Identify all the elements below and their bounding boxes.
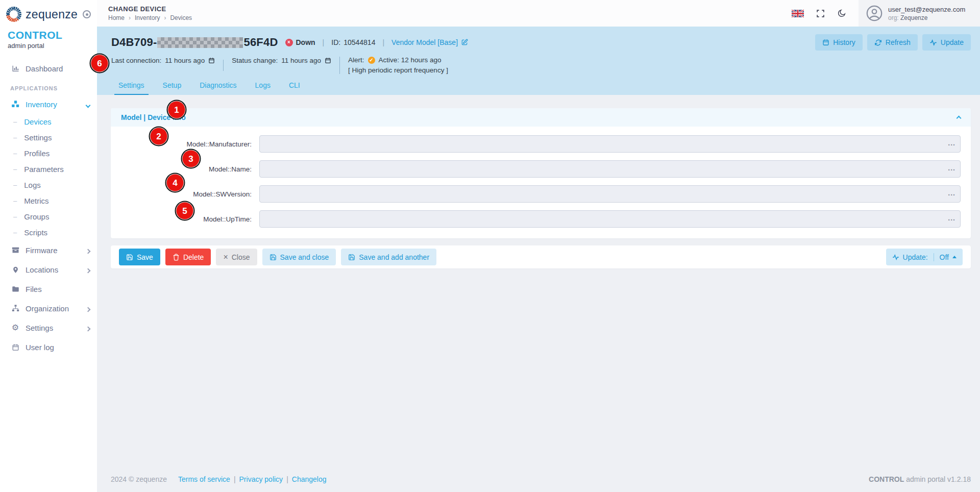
dash-icon: – xyxy=(13,165,17,173)
sidebar-item-label: Files xyxy=(26,285,42,293)
chevron-right-icon xyxy=(86,324,90,332)
form-row-uptime: Model::UpTime: ... xyxy=(121,210,961,228)
uptime-input[interactable] xyxy=(259,210,961,228)
update-toggle[interactable]: Update: Off xyxy=(886,249,963,265)
user-email: user_test@zequenze.com xyxy=(888,6,965,13)
redacted-name-blur xyxy=(157,37,243,48)
device-id-value: 10544814 xyxy=(344,38,375,46)
manufacturer-input[interactable] xyxy=(259,135,961,153)
save-icon xyxy=(270,254,277,261)
sidebar-item-user-log[interactable]: User log xyxy=(0,337,97,357)
sidebar-item-dashboard[interactable]: Dashboard xyxy=(0,59,97,78)
trash-icon xyxy=(173,254,180,261)
separator: | xyxy=(286,475,288,483)
sidebar-item-label: Profiles xyxy=(24,149,50,158)
sidebar-item-inventory[interactable]: Inventory xyxy=(0,94,97,114)
name-input[interactable] xyxy=(259,160,961,178)
panel-body: Model::Manufacturer: ... Model::Name: ..… xyxy=(111,127,971,238)
dash-icon: – xyxy=(13,134,17,141)
close-button[interactable]: × Close xyxy=(216,249,257,265)
firmware-icon xyxy=(10,245,20,255)
field-more-button[interactable]: ... xyxy=(948,189,955,196)
dash-icon: – xyxy=(13,197,17,205)
sidebar-item-locations[interactable]: Locations xyxy=(0,260,97,279)
tab-setup[interactable]: Setup xyxy=(159,81,186,95)
save-label: Save xyxy=(137,253,153,261)
update-button[interactable]: Update xyxy=(922,34,971,51)
chevron-right-icon xyxy=(86,246,90,255)
sidebar-item-organization[interactable]: Organization xyxy=(0,299,97,318)
footer-version-text: admin portal v1.2.18 xyxy=(906,475,971,483)
swversion-input[interactable] xyxy=(259,185,961,203)
sidebar-item-label: Parameters xyxy=(24,165,64,174)
footer-link-changelog[interactable]: Changelog xyxy=(292,475,327,483)
tab-settings[interactable]: Settings xyxy=(114,81,149,95)
footer: 2024 © zequenze Terms of service | Priva… xyxy=(111,470,971,492)
app-root: zequenze CONTROL admin portal Dashboard … xyxy=(0,0,980,492)
sidebar-item-settings[interactable]: ⚙ Settings xyxy=(0,318,97,337)
sidebar-item-devices[interactable]: –Devices xyxy=(0,114,97,130)
breadcrumb-inventory[interactable]: Inventory xyxy=(135,14,160,21)
sidebar-item-scripts[interactable]: –Scripts xyxy=(0,225,97,240)
field-label: Model::Manufacturer: xyxy=(121,140,252,148)
calendar-picker-icon[interactable] xyxy=(208,57,215,64)
field-more-button[interactable]: ... xyxy=(948,164,955,171)
footer-version: CONTROL admin portal v1.2.18 xyxy=(869,475,971,483)
sidebar-item-label: Logs xyxy=(24,181,41,189)
sidebar-item-firmware[interactable]: Firmware xyxy=(0,240,97,260)
save-button[interactable]: Save xyxy=(119,249,160,265)
device-name-prefix: D4B709- xyxy=(111,36,157,49)
tab-cli[interactable]: CLI xyxy=(285,81,304,95)
fullscreen-icon[interactable] xyxy=(816,9,825,18)
refresh-icon xyxy=(874,39,882,46)
save-icon xyxy=(126,254,133,261)
sidebar-collapse-icon[interactable] xyxy=(83,10,91,18)
vendor-model-label: Vendor Model [Base] xyxy=(391,38,458,46)
update-value: Off xyxy=(940,253,949,261)
gears-icon: ⚙ xyxy=(10,323,20,332)
vendor-model-link[interactable]: Vendor Model [Base] xyxy=(391,38,468,46)
alert-label: Alert: xyxy=(348,56,364,65)
user-menu[interactable]: user_test@zequenze.com org: Zequenze xyxy=(859,0,980,27)
sidebar-item-label: Dashboard xyxy=(26,64,63,73)
sidebar-item-profiles[interactable]: –Profiles xyxy=(0,145,97,161)
chevron-up-icon[interactable] xyxy=(957,113,961,122)
field-label: Model::SWVersion: xyxy=(121,190,252,198)
calendar-icon xyxy=(10,342,20,352)
sidebar-item-label: User log xyxy=(26,343,54,352)
chevron-right-icon xyxy=(86,304,90,313)
sidebar-item-files[interactable]: Files xyxy=(0,279,97,299)
sidebar-item-parameters[interactable]: –Parameters xyxy=(0,161,97,177)
separator: | xyxy=(234,475,236,483)
dash-icon: – xyxy=(13,150,17,157)
dark-mode-moon-icon[interactable] xyxy=(837,9,846,18)
sidebar-item-label: Groups xyxy=(24,212,49,221)
history-button[interactable]: History xyxy=(815,34,863,51)
sidebar-item-settings-sub[interactable]: –Settings xyxy=(0,130,97,145)
chevron-right-icon xyxy=(86,265,90,274)
action-bar: Save Delete × Close Save and close Save … xyxy=(111,245,971,268)
footer-link-privacy[interactable]: Privacy policy xyxy=(239,475,283,483)
refresh-button[interactable]: Refresh xyxy=(867,34,918,51)
breadcrumb-home[interactable]: Home xyxy=(108,14,125,21)
panel-header[interactable]: Model | Device Info xyxy=(111,108,971,127)
calendar-picker-icon[interactable] xyxy=(325,57,331,64)
field-more-button[interactable]: ... xyxy=(948,214,955,222)
update-off-dropdown[interactable]: Off xyxy=(934,253,957,261)
save-and-add-another-label: Save and add another xyxy=(359,253,429,261)
language-flag-icon[interactable] xyxy=(792,10,804,17)
delete-button[interactable]: Delete xyxy=(165,249,211,265)
tab-logs[interactable]: Logs xyxy=(251,81,275,95)
sidebar-item-logs[interactable]: –Logs xyxy=(0,177,97,193)
sidebar-item-groups[interactable]: –Groups xyxy=(0,209,97,225)
save-and-add-another-button[interactable]: Save and add another xyxy=(341,249,436,265)
sidebar-item-metrics[interactable]: –Metrics xyxy=(0,193,97,209)
save-and-close-button[interactable]: Save and close xyxy=(262,249,336,265)
dash-icon: – xyxy=(13,213,17,220)
alert-status: Active: 12 hours ago xyxy=(379,56,442,65)
page-title: CHANGE DEVICE xyxy=(108,5,192,13)
field-more-button[interactable]: ... xyxy=(948,139,955,146)
breadcrumb-devices: Devices xyxy=(170,14,192,21)
footer-link-terms[interactable]: Terms of service xyxy=(178,475,230,483)
tab-diagnostics[interactable]: Diagnostics xyxy=(195,81,240,95)
